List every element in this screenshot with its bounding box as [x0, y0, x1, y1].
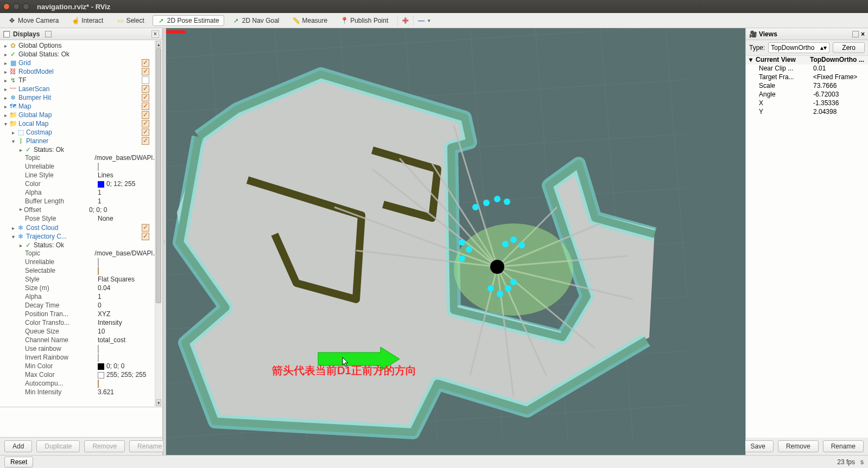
prop-value[interactable]: 73.7666 [813, 82, 868, 91]
popout-button[interactable] [45, 31, 52, 37]
reset-button[interactable]: Reset [4, 457, 33, 467]
duplicate-button[interactable]: Duplicate [36, 440, 80, 452]
prop-value[interactable]: XYZ [96, 310, 110, 319]
prop-key[interactable]: Y [759, 108, 813, 117]
prop-key[interactable]: Near Clip ... [759, 65, 813, 73]
tree-item[interactable]: Status: Ok [34, 241, 64, 249]
close-window-button[interactable] [3, 3, 10, 10]
prop-key[interactable]: Min Intensity [25, 388, 96, 397]
popout-button[interactable] [852, 31, 859, 37]
remove-button[interactable]: Remove [84, 440, 125, 452]
view-type-select[interactable]: TopDownOrtho ▴▾ [768, 42, 829, 53]
checkbox[interactable] [142, 224, 149, 232]
displays-panel-header[interactable]: Displays × [0, 28, 162, 40]
tool-dropdown-icon[interactable]: ▾ [428, 18, 430, 23]
prop-value[interactable]: 0; 0; 0 [87, 206, 107, 215]
select-tool[interactable]: ▭ Select [111, 15, 149, 26]
2d-pose-estimate-tool[interactable]: ➚ 2D Pose Estimate [153, 15, 224, 26]
scroll-down-button[interactable]: ▾ [156, 399, 161, 406]
prop-key[interactable]: Invert Rainbow [25, 354, 96, 362]
prop-value[interactable]: 0.04 [96, 284, 110, 293]
interact-tool[interactable]: ☝ Interact [67, 15, 108, 26]
close-panel-button[interactable]: × [151, 30, 159, 38]
tree-item[interactable]: Planner [26, 137, 48, 145]
close-panel-button[interactable]: × [861, 30, 865, 38]
checkbox[interactable] [142, 76, 149, 84]
prop-value[interactable]: Flat Squares [96, 275, 135, 284]
remove-view-button[interactable]: Remove [778, 440, 819, 452]
maximize-window-button[interactable] [23, 3, 29, 10]
zero-button[interactable]: Zero [833, 42, 865, 53]
tree-item[interactable]: Status: Ok [34, 146, 64, 153]
3d-view[interactable]: 起点状态 箭头代表当前D1正前方的方向 [166, 28, 745, 455]
remove-tool-button[interactable]: — [418, 17, 425, 24]
checkbox[interactable] [142, 94, 149, 101]
tree-item[interactable]: LaserScan [18, 85, 49, 93]
scroll-thumb[interactable] [156, 48, 161, 303]
color-swatch[interactable] [98, 181, 104, 188]
prop-key[interactable]: Topic [25, 249, 92, 258]
prop-key[interactable]: Topic [25, 154, 92, 163]
prop-value[interactable]: 1 [96, 189, 102, 197]
prop-key[interactable]: Unreliable [25, 258, 96, 267]
prop-value[interactable]: 255; 255; 255 [106, 371, 146, 379]
prop-key[interactable]: Selectable [25, 267, 96, 275]
color-swatch[interactable] [98, 363, 104, 370]
tree-item[interactable]: Bumper Hit [18, 94, 51, 101]
prop-key[interactable]: Alpha [25, 293, 96, 302]
prop-value[interactable]: 10 [96, 328, 105, 336]
publish-point-tool[interactable]: 📍 Publish Point [335, 15, 393, 26]
checkbox[interactable] [142, 68, 149, 75]
save-view-button[interactable]: Save [743, 440, 774, 452]
prop-value[interactable]: 2.04398 [813, 108, 868, 117]
checkbox[interactable] [142, 59, 149, 67]
prop-key[interactable]: Unreliable [25, 163, 96, 171]
add-button[interactable]: Add [4, 440, 32, 452]
tree-item[interactable]: Global Options [18, 42, 61, 49]
prop-key[interactable]: Color [25, 180, 96, 189]
prop-key[interactable]: Style [25, 275, 96, 284]
color-swatch[interactable] [98, 372, 104, 379]
checkbox[interactable] [142, 111, 149, 119]
prop-key[interactable]: Size (m) [25, 284, 96, 293]
prop-key[interactable]: Queue Size [25, 328, 96, 336]
prop-key[interactable]: Autocompu... [25, 380, 96, 388]
prop-value[interactable]: /move_base/DWAPlan... [92, 154, 162, 163]
prop-value[interactable]: -1.35336 [813, 99, 868, 108]
prop-key[interactable]: Max Color [25, 371, 96, 380]
scrollbar[interactable]: ▴ ▾ [155, 41, 162, 406]
prop-key[interactable]: Angle [759, 91, 813, 99]
checkbox[interactable] [98, 258, 99, 266]
checkbox[interactable] [98, 163, 99, 171]
prop-key[interactable]: Pose Style [25, 215, 96, 223]
tree-item[interactable]: RobotModel [18, 68, 54, 75]
tree-item[interactable]: Trajectory C... [26, 233, 67, 240]
tree-item[interactable]: TF [18, 76, 27, 84]
prop-key[interactable]: Scale [759, 82, 813, 91]
prop-key[interactable]: Position Tran... [25, 310, 96, 319]
tree-item[interactable]: Costmap [26, 129, 52, 136]
prop-key[interactable]: X [759, 99, 813, 108]
views-panel-header[interactable]: 🎥 Views × [746, 28, 868, 40]
checkbox[interactable] [98, 267, 99, 275]
prop-key[interactable]: Buffer Length [25, 197, 96, 206]
prop-key[interactable]: Line Style [25, 171, 96, 180]
prop-value[interactable]: 0; 12; 255 [106, 180, 135, 188]
scroll-up-button[interactable]: ▴ [156, 41, 161, 48]
checkbox[interactable] [98, 380, 99, 388]
measure-tool[interactable]: 📏 Measure [288, 15, 333, 26]
checkbox[interactable] [142, 129, 149, 136]
prop-value[interactable]: 3.621 [96, 388, 114, 397]
prop-key[interactable]: Channel Name [25, 336, 96, 345]
checkbox[interactable] [98, 354, 99, 362]
prop-key[interactable]: Color Transfo... [25, 319, 96, 328]
tree-item[interactable]: Grid [18, 59, 31, 67]
prop-key[interactable]: Offset [24, 206, 87, 215]
displays-tree[interactable]: ▸✿Global Options ▸✓Global Status: Ok ▸▦G… [0, 40, 162, 407]
prop-value[interactable]: Intensity [96, 319, 122, 328]
tree-item[interactable]: Global Map [18, 111, 52, 119]
checkbox[interactable] [142, 137, 149, 145]
tree-item[interactable]: Local Map [18, 120, 48, 127]
tree-item[interactable]: Cost Cloud [26, 224, 58, 232]
prop-value[interactable]: 0; 0; 0 [106, 362, 124, 370]
